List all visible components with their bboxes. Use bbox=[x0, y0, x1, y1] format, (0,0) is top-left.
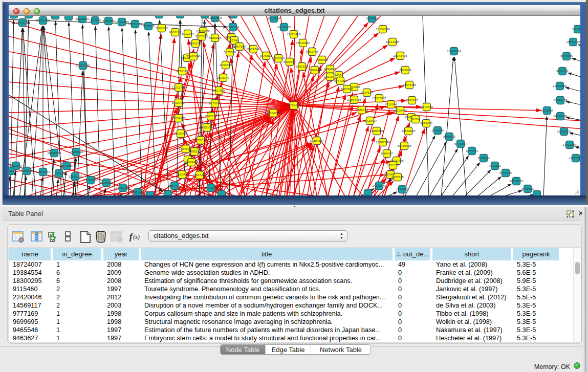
table-cell[interactable]: 1997 bbox=[103, 334, 141, 342]
table-cell[interactable]: 5.3E-5 bbox=[513, 260, 561, 269]
graph-edge[interactable] bbox=[570, 133, 580, 137]
select-rows-icon[interactable] bbox=[48, 230, 59, 246]
graph-node[interactable] bbox=[218, 191, 226, 196]
table-cell[interactable]: de Silva et al. (2003) bbox=[432, 301, 513, 310]
graph-edge[interactable] bbox=[487, 184, 511, 195]
table-cell[interactable]: 49 bbox=[395, 260, 432, 269]
table-cell[interactable]: 22420046 bbox=[9, 293, 53, 301]
table-row[interactable]: 969969511998Structural magnetic resonanc… bbox=[9, 318, 561, 326]
tab-edge-table[interactable]: Edge Table bbox=[266, 345, 311, 354]
table-cell[interactable]: 1 bbox=[53, 260, 103, 269]
network-window-titlebar[interactable]: citations_edges.txt bbox=[9, 5, 580, 16]
table-cell[interactable]: 9777169 bbox=[9, 310, 53, 318]
graph-edge[interactable] bbox=[476, 177, 502, 195]
graph-edge[interactable] bbox=[513, 195, 534, 195]
column-header-year[interactable]: year bbox=[103, 248, 140, 260]
graph-node[interactable] bbox=[65, 16, 73, 20]
table-cell[interactable]: 18724007 bbox=[9, 260, 53, 269]
graph-edge[interactable] bbox=[9, 97, 294, 105]
table-cell[interactable]: Jankovic et al. (1997) bbox=[432, 285, 513, 293]
table-cell[interactable]: 5.3E-5 bbox=[513, 285, 561, 293]
table-cell[interactable]: 19384554 bbox=[9, 269, 53, 277]
table-cell[interactable]: 1 bbox=[53, 310, 103, 318]
table-cell[interactable]: 0 bbox=[395, 334, 432, 342]
table-cell[interactable]: 5.3E-5 bbox=[513, 334, 561, 342]
import-table-icon[interactable] bbox=[111, 230, 124, 246]
graph-edge[interactable] bbox=[348, 126, 368, 195]
table-cell[interactable]: 5.3E-5 bbox=[513, 318, 561, 326]
table-cell[interactable]: 2012 bbox=[103, 293, 141, 301]
column-header-pagerank[interactable]: pagerank bbox=[513, 248, 560, 260]
graph-node[interactable] bbox=[52, 16, 59, 19]
table-cell[interactable]: Tourette syndrome. Phenomenology and cla… bbox=[141, 285, 395, 293]
new-column-icon[interactable] bbox=[79, 230, 92, 246]
graph-edge[interactable] bbox=[149, 32, 157, 195]
graph-edge[interactable] bbox=[451, 163, 480, 196]
table-cell[interactable]: 9463627 bbox=[9, 334, 53, 342]
graph-edge[interactable] bbox=[215, 24, 221, 195]
graph-edge[interactable] bbox=[464, 170, 491, 195]
table-row[interactable]: 1830029562008Estimation of significance … bbox=[9, 277, 561, 285]
column-header-short[interactable]: short bbox=[432, 248, 512, 260]
graph-edge[interactable] bbox=[294, 105, 580, 121]
table-cell[interactable]: 1997 bbox=[103, 326, 141, 334]
table-cell[interactable]: 5.5E-5 bbox=[513, 293, 561, 301]
table-cell[interactable]: 1 bbox=[53, 334, 103, 342]
table-row[interactable]: 946362711997Embryonic stem cells: a mode… bbox=[9, 334, 561, 342]
table-cell[interactable]: 9465546 bbox=[9, 326, 53, 334]
table-cell[interactable]: 0 bbox=[395, 293, 432, 301]
table-row[interactable]: 1938455462009Genome-wide association stu… bbox=[9, 269, 561, 277]
graph-edge[interactable] bbox=[568, 73, 581, 78]
column-header-in_degree[interactable]: in_degree bbox=[53, 248, 102, 260]
table-cell[interactable]: 5.6E-5 bbox=[513, 269, 561, 277]
table-row[interactable]: 911546021997Tourette syndrome. Phenomeno… bbox=[9, 285, 561, 293]
table-cell[interactable]: 1 bbox=[53, 326, 103, 334]
table-cell[interactable]: 0 bbox=[395, 310, 432, 318]
table-cell[interactable]: 1997 bbox=[103, 285, 141, 293]
table-row[interactable]: 946554611997Estimation of the future num… bbox=[9, 326, 561, 334]
column-header-out_de[interactable]: out_de... bbox=[395, 248, 431, 260]
function-builder-icon[interactable]: f(x) bbox=[128, 230, 143, 246]
scrollbar-thumb[interactable] bbox=[575, 262, 580, 274]
graph-edge[interactable] bbox=[385, 192, 397, 195]
graph-edge[interactable] bbox=[454, 57, 467, 195]
float-window-icon[interactable] bbox=[567, 210, 574, 217]
table-cell[interactable]: 2 bbox=[53, 301, 103, 310]
graph-edge[interactable] bbox=[104, 188, 105, 195]
table-cell[interactable]: 0 bbox=[395, 269, 432, 277]
table-cell[interactable]: 0 bbox=[395, 301, 432, 310]
table-cell[interactable]: Structural magnetic resonance image aver… bbox=[141, 318, 395, 326]
graph-node[interactable] bbox=[25, 16, 33, 18]
table-cell[interactable]: 0 bbox=[395, 326, 432, 334]
table-cell[interactable]: 2003 bbox=[103, 301, 141, 310]
delete-column-icon[interactable] bbox=[95, 230, 107, 246]
graph-node[interactable] bbox=[364, 190, 372, 196]
graph-edge[interactable] bbox=[441, 57, 453, 195]
table-cell[interactable]: 2 bbox=[53, 293, 103, 301]
table-cell[interactable]: 1998 bbox=[103, 318, 141, 326]
table-cell[interactable]: Dudbridge et al. (2008) bbox=[432, 277, 513, 285]
graph-node[interactable] bbox=[164, 191, 172, 196]
table-cell[interactable]: Tibbo et al. (1998) bbox=[432, 310, 513, 318]
graph-edge[interactable] bbox=[572, 58, 580, 62]
table-cell[interactable]: 18300295 bbox=[9, 277, 53, 285]
table-cell[interactable]: Estimation of significance thresholds fo… bbox=[141, 277, 395, 285]
table-row[interactable]: 2242004622012Investigating the contribut… bbox=[9, 293, 561, 301]
graph-edge[interactable] bbox=[95, 26, 100, 195]
graph-edge[interactable] bbox=[543, 116, 547, 195]
table-cell[interactable]: Embryonic stem cells: a model to study s… bbox=[141, 334, 395, 342]
table-cell[interactable]: 5.3E-5 bbox=[513, 326, 561, 334]
row-height-icon[interactable] bbox=[64, 230, 72, 246]
graph-edge[interactable] bbox=[136, 30, 143, 195]
table-cell[interactable]: Investigating the contribution of common… bbox=[141, 293, 395, 301]
graph-node[interactable] bbox=[10, 16, 18, 18]
table-cell[interactable]: Disruption of a novel member of a sodium… bbox=[141, 301, 395, 310]
table-cell[interactable]: 6 bbox=[53, 269, 103, 277]
table-cell[interactable]: Wolkin et al. (1998) bbox=[432, 318, 513, 326]
graph-node[interactable] bbox=[177, 16, 184, 18]
graph-edge[interactable] bbox=[122, 28, 129, 195]
table-cell[interactable]: 5.9E-5 bbox=[513, 277, 561, 285]
table-cell[interactable]: 0 bbox=[395, 277, 432, 285]
zoom-window-icon[interactable] bbox=[34, 8, 40, 14]
table-cell[interactable]: Nakamura et al. (1997) bbox=[432, 326, 513, 334]
